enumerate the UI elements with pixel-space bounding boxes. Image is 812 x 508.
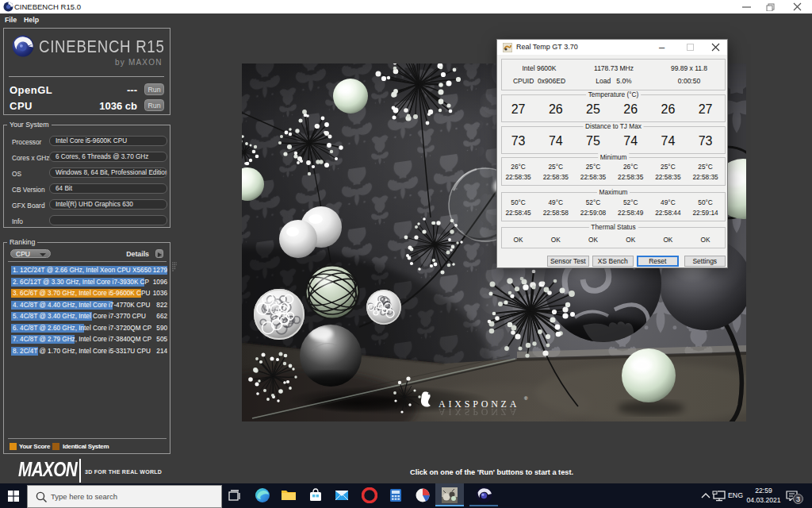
svg-text:AIXSPONZA: AIXSPONZA [439, 406, 519, 418]
svg-text:®: ® [524, 396, 528, 401]
